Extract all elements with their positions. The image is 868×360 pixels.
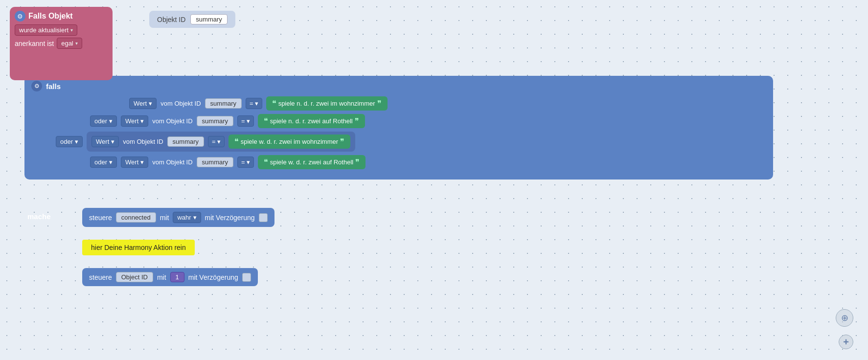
steuere-2-mit: mit <box>157 273 166 281</box>
steuere-2-suffix: mit Verzögerung <box>188 273 238 281</box>
dropdown-arrow-icon: ▾ <box>70 27 73 33</box>
string-block-2: ❝ spiele n. d. r. zwei auf Rothell ❞ <box>258 114 365 128</box>
oder-pill-2[interactable]: oder ▾ <box>56 136 83 147</box>
vom-label-3: vom Objekt ID <box>123 138 163 145</box>
gear-icon[interactable]: ⚙ <box>15 11 25 22</box>
summary-badge-2[interactable]: summary <box>197 116 233 126</box>
steuere-1-suffix: mit Verzögerung <box>205 214 255 222</box>
dropdown-arrow-icon: ▾ <box>75 41 78 46</box>
vom-label-4: vom Objekt ID <box>152 158 192 166</box>
egal-dropdown[interactable]: egal ▾ <box>57 38 82 49</box>
falls-label: falls <box>46 82 61 90</box>
falls-inner-header: ⚙ falls <box>31 81 766 91</box>
eq-pill-1[interactable]: = ▾ <box>246 98 262 109</box>
objekt-id-value[interactable]: summary <box>190 14 227 24</box>
summary-badge-1[interactable]: summary <box>205 98 242 109</box>
wurde-aktualisiert-row: wurde aktualisiert ▾ <box>15 24 108 36</box>
condition-row-2: oder ▾ Wert ▾ vom Objekt ID summary = ▾ … <box>31 114 766 128</box>
harmony-block[interactable]: hier Deine Harmony Aktion rein <box>82 240 195 255</box>
condition-row-4: oder ▾ Wert ▾ vom Objekt ID summary = ▾ … <box>31 155 766 169</box>
wert-pill-1[interactable]: Wert ▾ <box>129 98 157 109</box>
wert-pill-4[interactable]: Wert ▾ <box>121 157 148 168</box>
object-id-badge[interactable]: Object ID <box>116 272 153 282</box>
summary-badge-3[interactable]: summary <box>167 136 204 147</box>
falls-objekt-block: ⚙ Falls Objekt wurde aktualisiert ▾ aner… <box>10 7 113 80</box>
value-badge-1[interactable]: 1 <box>170 272 184 282</box>
objekt-id-label: Objekt ID <box>157 16 185 23</box>
verzogerung-checkbox-2[interactable] <box>242 273 251 282</box>
wurde-aktualisiert-dropdown[interactable]: wurde aktualisiert ▾ <box>15 24 77 36</box>
condition-inner-3: Wert ▾ vom Objekt ID summary = ▾ ❝ spiel… <box>87 132 355 152</box>
condition-row-3: oder ▾ Wert ▾ vom Objekt ID summary = ▾ … <box>31 132 766 152</box>
vom-label-1: vom Objekt ID <box>160 100 201 107</box>
string-block-4: ❝ spiele w. d. r. zwei auf Rothell ❞ <box>258 155 366 169</box>
connected-badge[interactable]: connected <box>116 212 156 223</box>
summary-badge-4[interactable]: summary <box>197 157 233 167</box>
string-block-1: ❝ spiele n. d. r. zwei im wohnzimmer ❞ <box>266 96 388 111</box>
vom-label-2: vom Objekt ID <box>152 117 192 125</box>
steuere-1-mit: mit <box>160 214 169 222</box>
wert-pill-2[interactable]: Wert ▾ <box>121 115 148 127</box>
condition-row-1: Wert ▾ vom Objekt ID summary = ▾ ❝ spiel… <box>31 96 766 111</box>
eq-pill-4[interactable]: = ▾ <box>237 157 254 168</box>
verzogerung-checkbox-1[interactable] <box>259 213 268 222</box>
oder-pill-3[interactable]: oder ▾ <box>90 157 117 168</box>
steuere-2-prefix: steuere <box>89 273 112 281</box>
eq-pill-2[interactable]: = ▾ <box>237 115 254 127</box>
oder-pill-1[interactable]: oder ▾ <box>90 115 117 127</box>
string-block-3: ❝ spiele w. d. r. zwei im wohnzimmer ❞ <box>228 135 350 149</box>
steuere-1-block: steuere connected mit wahr ▾ mit Verzöge… <box>82 208 274 227</box>
falls-objekt-title: Falls Objekt <box>28 12 73 21</box>
anerkannt-row: anerkannt ist egal ▾ <box>15 38 108 49</box>
wahr-pill[interactable]: wahr ▾ <box>173 212 201 223</box>
steuere-1-prefix: steuere <box>89 214 112 222</box>
falls-main-block: ⚙ falls Wert ▾ vom Objekt ID summary = ▾… <box>24 76 773 180</box>
mache-label: mache <box>27 212 51 221</box>
wert-pill-3[interactable]: Wert ▾ <box>91 136 119 147</box>
steuere-2-block: steuere Object ID mit 1 mit Verzögerung <box>82 268 258 286</box>
nav-plus-button[interactable]: + <box>839 335 853 349</box>
nav-crosshair[interactable]: ⊕ <box>836 309 853 327</box>
objekt-id-badge: Objekt ID summary <box>149 11 235 28</box>
eq-pill-3[interactable]: = ▾ <box>208 136 225 147</box>
gear-icon-falls[interactable]: ⚙ <box>31 81 42 91</box>
falls-objekt-header: ⚙ Falls Objekt <box>15 11 108 22</box>
